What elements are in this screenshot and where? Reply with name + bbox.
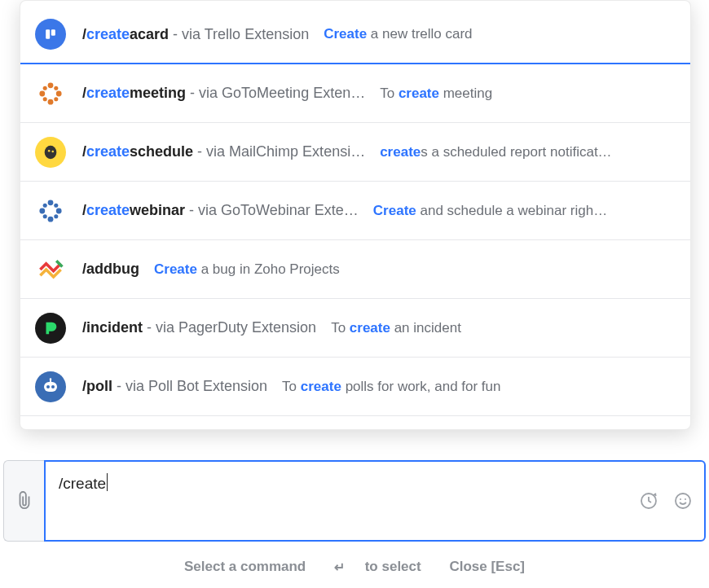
hint-bar: Select a command ↵ to select Close [Esc]: [0, 559, 709, 575]
command-suggestions-popup: /createacard - via Trello ExtensionCreat…: [20, 0, 691, 430]
command-row[interactable]: /createacard - via Trello ExtensionCreat…: [20, 6, 690, 64]
svg-point-14: [48, 200, 54, 205]
command-description: Create a bug in Zoho Projects: [154, 261, 676, 278]
history-icon[interactable]: [639, 491, 658, 511]
svg-point-18: [54, 203, 58, 207]
command-description: To create an incident: [331, 320, 676, 336]
svg-point-26: [50, 378, 51, 380]
svg-point-28: [676, 494, 690, 508]
emoji-icon[interactable]: [673, 491, 693, 511]
command-label: /createschedule - via MailChimp Extensi…: [82, 143, 365, 160]
svg-point-17: [39, 208, 45, 213]
svg-point-16: [48, 216, 54, 222]
svg-point-12: [48, 149, 51, 151]
svg-point-3: [48, 82, 54, 88]
svg-point-24: [51, 385, 55, 388]
return-key-icon: ↵: [334, 560, 345, 574]
message-input-text: /create: [59, 473, 108, 494]
svg-point-6: [39, 90, 45, 96]
command-label: /createwebinar - via GoToWebinar Exte…: [82, 202, 359, 219]
svg-point-23: [46, 385, 50, 388]
svg-point-8: [54, 97, 58, 101]
svg-rect-2: [51, 29, 55, 36]
trello-icon: [35, 19, 66, 50]
command-description: Create a new trello card: [324, 26, 676, 42]
command-description: creates a scheduled report notificat…: [380, 144, 676, 160]
svg-point-13: [51, 150, 54, 152]
command-row[interactable]: /incident - via PagerDuty ExtensionTo cr…: [20, 299, 690, 358]
hint-select-command: Select a command: [184, 559, 306, 574]
composer-controls: [639, 491, 693, 511]
svg-point-10: [43, 86, 47, 90]
command-label: /createmeeting - via GoToMeeting Exten…: [82, 85, 365, 102]
svg-point-21: [43, 203, 47, 207]
svg-point-30: [685, 498, 686, 500]
pagerduty-icon: [35, 313, 66, 344]
attach-button[interactable]: [3, 460, 44, 542]
zoho-projects-icon: [35, 254, 66, 285]
text-cursor: [107, 473, 108, 491]
svg-rect-22: [44, 382, 57, 392]
svg-point-29: [680, 498, 681, 500]
command-label: /poll - via Poll Bot Extension: [82, 378, 267, 395]
command-row[interactable]: /createmeeting - via GoToMeeting Exten…T…: [20, 64, 690, 123]
svg-rect-1: [46, 29, 50, 39]
svg-point-20: [43, 214, 47, 218]
message-input[interactable]: /create: [44, 460, 706, 542]
command-label: /incident - via PagerDuty Extension: [82, 319, 316, 336]
mailchimp-icon: [35, 137, 66, 168]
command-row[interactable]: /createwebinar - via GoToWebinar Exte…Cr…: [20, 182, 690, 240]
svg-point-9: [43, 97, 47, 101]
command-description: Create and schedule a webinar righ…: [373, 203, 676, 219]
svg-point-15: [56, 208, 62, 213]
svg-point-19: [54, 214, 58, 218]
command-row[interactable]: /addbugCreate a bug in Zoho Projects: [20, 240, 690, 299]
pollbot-icon: [35, 371, 66, 402]
command-description: To create polls for work, and for fun: [282, 379, 676, 395]
command-description: To create meeting: [380, 86, 676, 102]
command-row[interactable]: /poll - via Poll Bot ExtensionTo create …: [20, 358, 690, 416]
gotowebinar-icon: [35, 195, 66, 226]
svg-point-11: [45, 145, 57, 159]
command-row[interactable]: /createschedule - via MailChimp Extensi……: [20, 123, 690, 182]
hint-close: Close [Esc]: [449, 559, 525, 574]
svg-point-4: [56, 90, 62, 96]
paperclip-icon: [15, 490, 33, 511]
svg-point-5: [48, 99, 54, 104]
hint-to-select: ↵ to select: [326, 559, 429, 574]
command-label: /addbug: [82, 261, 139, 278]
svg-point-7: [54, 86, 58, 90]
message-composer: /create: [3, 460, 706, 542]
command-label: /createacard - via Trello Extension: [82, 26, 309, 43]
gotomeeting-icon: [35, 78, 66, 109]
